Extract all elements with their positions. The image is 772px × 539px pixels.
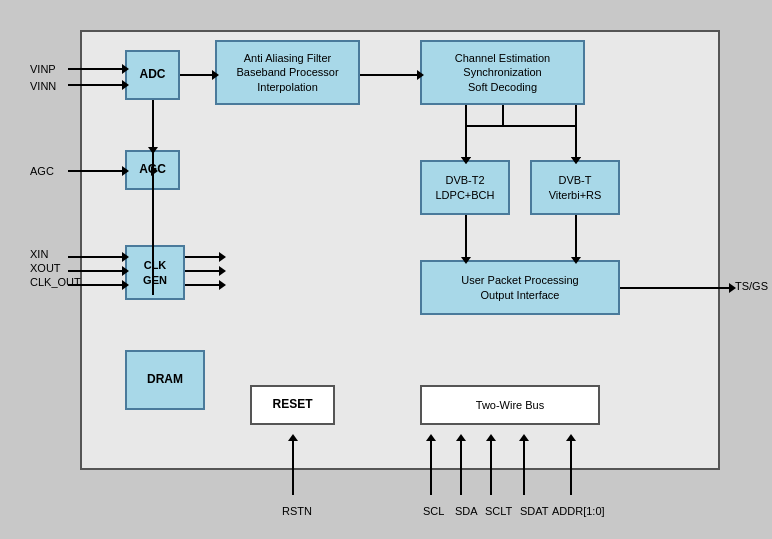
dvbt-down bbox=[575, 125, 577, 158]
xout-arrow bbox=[68, 270, 123, 272]
xin-arrow bbox=[68, 256, 123, 258]
sdat-label: SDAT bbox=[520, 505, 549, 517]
anti-alias-block: Anti Aliasing Filter Baseband Processor … bbox=[215, 40, 360, 105]
reset-block: RESET bbox=[250, 385, 335, 425]
adc-to-filter-arrow bbox=[180, 74, 213, 76]
adc-down-to-agc bbox=[152, 100, 154, 148]
clkgen-out2 bbox=[185, 270, 220, 272]
channel-branch-h bbox=[465, 125, 575, 127]
filter-to-channel-arrow bbox=[360, 74, 418, 76]
clkgen-out1 bbox=[185, 256, 220, 258]
scl-label: SCL bbox=[423, 505, 444, 517]
clkgen-out3 bbox=[185, 284, 220, 286]
addr-label: ADDR[1:0] bbox=[552, 505, 605, 517]
sdat-arrow bbox=[523, 440, 525, 495]
dram-block: DRAM bbox=[125, 350, 205, 410]
diagram-container: ADC Anti Aliasing Filter Baseband Proces… bbox=[30, 20, 740, 510]
user-to-tsgs bbox=[620, 287, 730, 289]
sclt-arrow bbox=[490, 440, 492, 495]
dvbt2-down bbox=[465, 125, 467, 158]
addr-arrow bbox=[570, 440, 572, 495]
rstn-label: RSTN bbox=[282, 505, 312, 517]
channel-branch-line bbox=[502, 105, 504, 125]
dvbt2-to-user bbox=[465, 215, 467, 258]
vinp-label: VINP bbox=[30, 63, 56, 75]
dvbt2-block: DVB-T2 LDPC+BCH bbox=[420, 160, 510, 215]
ts-gs-label: TS/GS bbox=[735, 280, 768, 292]
two-wire-block: Two-Wire Bus bbox=[420, 385, 600, 425]
agc-signal-label: AGC bbox=[30, 165, 54, 177]
clk-gen-block: CLK GEN bbox=[125, 245, 185, 300]
clkout-arrow bbox=[68, 284, 123, 286]
xout-label: XOUT bbox=[30, 262, 61, 274]
vinn-label: VINN bbox=[30, 80, 56, 92]
user-packet-block: User Packet Processing Output Interface bbox=[420, 260, 620, 315]
agc-ext-arrow bbox=[68, 170, 123, 172]
channel-est-block: Channel Estimation Synchronization Soft … bbox=[420, 40, 585, 105]
rstn-arrow bbox=[292, 440, 294, 495]
dvbt-to-user bbox=[575, 215, 577, 258]
xin-label: XIN bbox=[30, 248, 48, 260]
sda-arrow bbox=[460, 440, 462, 495]
scl-arrow bbox=[430, 440, 432, 495]
vinn-arrow bbox=[68, 84, 123, 86]
clk-out-label: CLK_OUT bbox=[30, 276, 81, 288]
sda-label: SDA bbox=[455, 505, 478, 517]
dvbt-block: DVB-T Viterbi+RS bbox=[530, 160, 620, 215]
vinp-arrow bbox=[68, 68, 123, 70]
adc-block: ADC bbox=[125, 50, 180, 100]
sclt-label: SCLT bbox=[485, 505, 512, 517]
